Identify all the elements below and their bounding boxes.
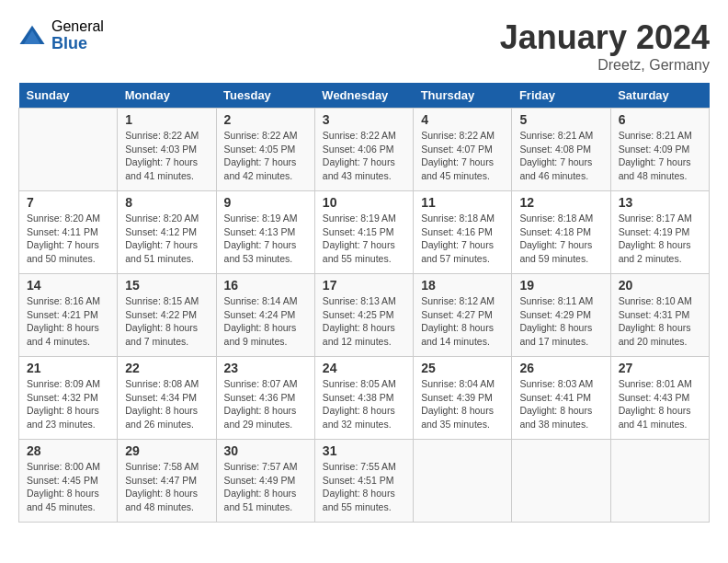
day-number: 22 bbox=[125, 361, 208, 375]
day-number: 29 bbox=[125, 443, 208, 458]
day-info: Sunrise: 8:14 AMSunset: 4:24 PMDaylight:… bbox=[224, 294, 307, 349]
calendar-cell: 10Sunrise: 8:19 AMSunset: 4:15 PMDayligh… bbox=[314, 191, 413, 274]
day-number: 26 bbox=[519, 361, 602, 375]
calendar-cell: 25Sunrise: 8:04 AMSunset: 4:39 PMDayligh… bbox=[414, 357, 512, 440]
day-info: Sunrise: 8:20 AMSunset: 4:11 PMDaylight:… bbox=[27, 212, 109, 266]
calendar-cell: 20Sunrise: 8:10 AMSunset: 4:31 PMDayligh… bbox=[610, 274, 709, 357]
calendar-cell: 9Sunrise: 8:19 AMSunset: 4:13 PMDaylight… bbox=[216, 191, 314, 274]
calendar-cell bbox=[512, 440, 610, 523]
day-number: 23 bbox=[224, 361, 307, 375]
calendar-cell: 2Sunrise: 8:22 AMSunset: 4:05 PMDaylight… bbox=[216, 109, 314, 191]
calendar-cell: 5Sunrise: 8:21 AMSunset: 4:08 PMDaylight… bbox=[512, 109, 610, 191]
day-info: Sunrise: 8:16 AMSunset: 4:21 PMDaylight:… bbox=[27, 294, 109, 349]
title-block: January 2024 Dreetz, Germany bbox=[500, 18, 710, 74]
day-info: Sunrise: 8:11 AMSunset: 4:29 PMDaylight:… bbox=[519, 294, 602, 349]
day-info: Sunrise: 7:58 AMSunset: 4:47 PMDaylight:… bbox=[125, 460, 208, 514]
header-row: SundayMondayTuesdayWednesdayThursdayFrid… bbox=[19, 83, 710, 109]
day-number: 24 bbox=[323, 361, 405, 375]
day-number: 13 bbox=[619, 195, 701, 210]
day-number: 10 bbox=[323, 195, 405, 210]
calendar-cell: 17Sunrise: 8:13 AMSunset: 4:25 PMDayligh… bbox=[314, 274, 413, 357]
calendar-cell: 19Sunrise: 8:11 AMSunset: 4:29 PMDayligh… bbox=[512, 274, 610, 357]
weekday-header: Monday bbox=[118, 83, 216, 109]
day-number: 5 bbox=[519, 112, 602, 127]
day-info: Sunrise: 8:22 AMSunset: 4:05 PMDaylight:… bbox=[224, 129, 307, 183]
calendar-cell: 11Sunrise: 8:18 AMSunset: 4:16 PMDayligh… bbox=[414, 191, 512, 274]
day-info: Sunrise: 8:10 AMSunset: 4:31 PMDaylight:… bbox=[619, 294, 701, 349]
calendar-cell: 23Sunrise: 8:07 AMSunset: 4:36 PMDayligh… bbox=[216, 357, 314, 440]
day-info: Sunrise: 7:57 AMSunset: 4:49 PMDaylight:… bbox=[224, 460, 307, 514]
day-info: Sunrise: 8:09 AMSunset: 4:32 PMDaylight:… bbox=[27, 377, 109, 431]
calendar-cell: 26Sunrise: 8:03 AMSunset: 4:41 PMDayligh… bbox=[512, 357, 610, 440]
day-number: 30 bbox=[224, 443, 307, 458]
day-info: Sunrise: 8:19 AMSunset: 4:13 PMDaylight:… bbox=[224, 212, 307, 266]
day-number: 28 bbox=[27, 443, 109, 458]
day-number: 16 bbox=[224, 278, 307, 293]
calendar-cell: 3Sunrise: 8:22 AMSunset: 4:06 PMDaylight… bbox=[314, 109, 413, 191]
logo-general: General bbox=[51, 18, 104, 35]
day-number: 27 bbox=[619, 361, 701, 375]
day-info: Sunrise: 8:22 AMSunset: 4:07 PMDaylight:… bbox=[421, 129, 504, 183]
calendar-body: 1Sunrise: 8:22 AMSunset: 4:03 PMDaylight… bbox=[19, 109, 710, 523]
calendar-cell: 13Sunrise: 8:17 AMSunset: 4:19 PMDayligh… bbox=[610, 191, 709, 274]
day-number: 14 bbox=[27, 278, 109, 293]
day-number: 20 bbox=[619, 278, 701, 293]
calendar-cell: 7Sunrise: 8:20 AMSunset: 4:11 PMDaylight… bbox=[19, 191, 118, 274]
day-info: Sunrise: 8:20 AMSunset: 4:12 PMDaylight:… bbox=[125, 212, 208, 266]
day-number: 18 bbox=[421, 278, 504, 293]
month-title: January 2024 bbox=[500, 18, 710, 57]
day-number: 2 bbox=[224, 112, 307, 127]
calendar-header: SundayMondayTuesdayWednesdayThursdayFrid… bbox=[19, 83, 710, 109]
calendar-cell: 16Sunrise: 8:14 AMSunset: 4:24 PMDayligh… bbox=[216, 274, 314, 357]
calendar-cell: 15Sunrise: 8:15 AMSunset: 4:22 PMDayligh… bbox=[118, 274, 216, 357]
page-header: General Blue January 2024 Dreetz, German… bbox=[18, 18, 710, 74]
day-number: 17 bbox=[323, 278, 405, 293]
calendar-week-row: 14Sunrise: 8:16 AMSunset: 4:21 PMDayligh… bbox=[19, 274, 710, 357]
calendar-cell: 29Sunrise: 7:58 AMSunset: 4:47 PMDayligh… bbox=[118, 440, 216, 523]
day-number: 4 bbox=[421, 112, 504, 127]
day-info: Sunrise: 8:12 AMSunset: 4:27 PMDaylight:… bbox=[421, 294, 504, 349]
day-info: Sunrise: 8:21 AMSunset: 4:09 PMDaylight:… bbox=[619, 129, 701, 183]
logo-blue: Blue bbox=[51, 35, 104, 53]
day-number: 25 bbox=[421, 361, 504, 375]
logo-icon bbox=[18, 22, 46, 50]
logo: General Blue bbox=[18, 18, 104, 52]
day-info: Sunrise: 8:05 AMSunset: 4:38 PMDaylight:… bbox=[323, 377, 405, 431]
calendar-cell: 18Sunrise: 8:12 AMSunset: 4:27 PMDayligh… bbox=[414, 274, 512, 357]
day-number: 1 bbox=[125, 112, 208, 127]
day-info: Sunrise: 8:15 AMSunset: 4:22 PMDaylight:… bbox=[125, 294, 208, 349]
calendar-cell: 1Sunrise: 8:22 AMSunset: 4:03 PMDaylight… bbox=[118, 109, 216, 191]
day-info: Sunrise: 8:17 AMSunset: 4:19 PMDaylight:… bbox=[619, 212, 701, 266]
day-info: Sunrise: 8:19 AMSunset: 4:15 PMDaylight:… bbox=[323, 212, 405, 266]
calendar-cell: 21Sunrise: 8:09 AMSunset: 4:32 PMDayligh… bbox=[19, 357, 118, 440]
day-info: Sunrise: 8:18 AMSunset: 4:18 PMDaylight:… bbox=[519, 212, 602, 266]
weekday-header: Saturday bbox=[610, 83, 709, 109]
day-number: 3 bbox=[323, 112, 405, 127]
calendar-cell: 28Sunrise: 8:00 AMSunset: 4:45 PMDayligh… bbox=[19, 440, 118, 523]
calendar-cell: 22Sunrise: 8:08 AMSunset: 4:34 PMDayligh… bbox=[118, 357, 216, 440]
calendar-cell: 27Sunrise: 8:01 AMSunset: 4:43 PMDayligh… bbox=[610, 357, 709, 440]
weekday-header: Thursday bbox=[414, 83, 512, 109]
weekday-header: Tuesday bbox=[216, 83, 314, 109]
calendar-cell: 30Sunrise: 7:57 AMSunset: 4:49 PMDayligh… bbox=[216, 440, 314, 523]
day-number: 31 bbox=[323, 443, 405, 458]
calendar-cell: 8Sunrise: 8:20 AMSunset: 4:12 PMDaylight… bbox=[118, 191, 216, 274]
calendar-cell: 31Sunrise: 7:55 AMSunset: 4:51 PMDayligh… bbox=[314, 440, 413, 523]
calendar-table: SundayMondayTuesdayWednesdayThursdayFrid… bbox=[18, 83, 710, 523]
weekday-header: Sunday bbox=[19, 83, 118, 109]
day-number: 7 bbox=[27, 195, 109, 210]
calendar-week-row: 7Sunrise: 8:20 AMSunset: 4:11 PMDaylight… bbox=[19, 191, 710, 274]
calendar-cell: 12Sunrise: 8:18 AMSunset: 4:18 PMDayligh… bbox=[512, 191, 610, 274]
day-info: Sunrise: 8:21 AMSunset: 4:08 PMDaylight:… bbox=[519, 129, 602, 183]
location: Dreetz, Germany bbox=[500, 57, 710, 74]
day-info: Sunrise: 7:55 AMSunset: 4:51 PMDaylight:… bbox=[323, 460, 405, 514]
calendar-week-row: 1Sunrise: 8:22 AMSunset: 4:03 PMDaylight… bbox=[19, 109, 710, 191]
day-info: Sunrise: 8:07 AMSunset: 4:36 PMDaylight:… bbox=[224, 377, 307, 431]
day-number: 11 bbox=[421, 195, 504, 210]
logo-text: General Blue bbox=[51, 18, 104, 52]
day-info: Sunrise: 8:04 AMSunset: 4:39 PMDaylight:… bbox=[421, 377, 504, 431]
calendar-cell bbox=[610, 440, 709, 523]
calendar-cell bbox=[19, 109, 118, 191]
day-info: Sunrise: 8:22 AMSunset: 4:06 PMDaylight:… bbox=[323, 129, 405, 183]
day-number: 8 bbox=[125, 195, 208, 210]
